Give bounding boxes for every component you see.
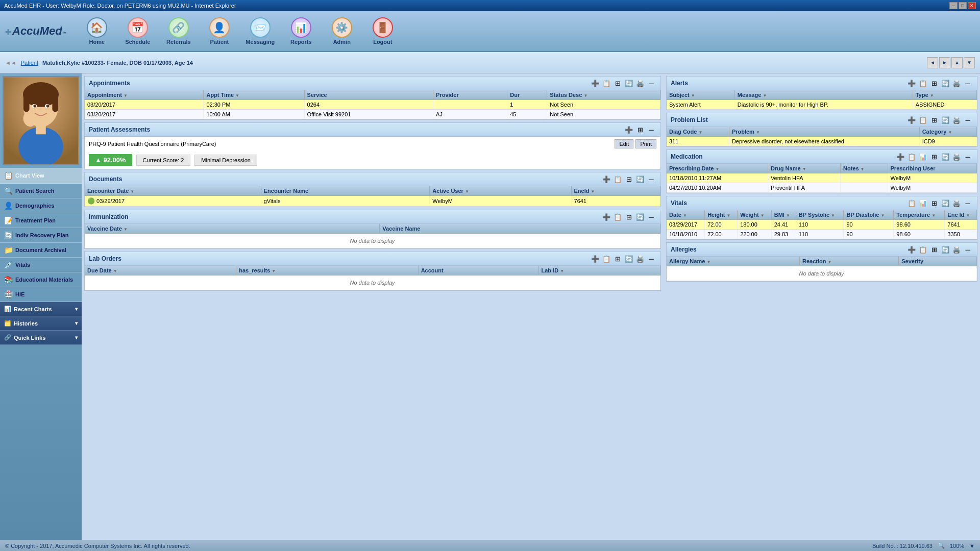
med-print-btn[interactable]: 🖨️	[951, 152, 962, 161]
vitals-grid-btn[interactable]: ⊞	[929, 198, 939, 208]
assessments-grid-btn[interactable]: ⊞	[635, 125, 645, 134]
nav-reports[interactable]: 📊 Reports	[286, 17, 316, 45]
sidebar-item-chart-view[interactable]: 📋 Chart View	[0, 168, 82, 184]
sidebar-item-patient-search[interactable]: 🔍 Patient Search	[0, 184, 82, 198]
nav-home[interactable]: 🏠 Home	[82, 17, 112, 45]
expand-up-button[interactable]: ▲	[951, 57, 963, 68]
alerts-export-btn[interactable]: 📋	[918, 79, 928, 88]
table-row[interactable]: System Alert Diastolic is 90+, monitor f…	[667, 100, 977, 110]
problem-export-btn[interactable]: 📋	[918, 115, 928, 124]
nav-admin[interactable]: ⚙️ Admin	[327, 17, 357, 45]
problem-refresh-btn[interactable]: 🔄	[940, 115, 950, 124]
sidebar-item-vitals[interactable]: 💉 Vitals	[0, 258, 82, 272]
table-row[interactable]: 04/27/2010 10:20AM Proventil HFA WelbyM	[667, 183, 977, 193]
sidebar-item-hie[interactable]: 🏥 HIE	[0, 287, 82, 302]
problem-add-btn[interactable]: ➕	[906, 115, 917, 124]
allergy-minimize-btn[interactable]: ─	[963, 245, 973, 254]
nav-schedule[interactable]: 📅 Schedule	[122, 17, 153, 45]
assessment-edit-btn[interactable]: Edit	[615, 139, 633, 148]
med-export-btn[interactable]: 📋	[906, 152, 917, 161]
nav-patient[interactable]: 👤 Patient	[204, 17, 235, 45]
med-add-btn[interactable]: ➕	[895, 152, 905, 161]
quick-links-header[interactable]: 🔗 Quick Links ▾	[0, 331, 82, 345]
alerts-grid-btn[interactable]: ⊞	[929, 79, 939, 88]
appointments-export-btn[interactable]: 📋	[601, 79, 611, 88]
table-row[interactable]: 03/20/2017 02:30 PM 0264 1 Not Seen	[85, 100, 660, 110]
back-icon[interactable]: ◄◄	[5, 60, 16, 66]
table-row[interactable]: 03/20/2017 10:00 AM Office Visit 99201 A…	[85, 110, 660, 119]
documents-add-btn[interactable]: ➕	[601, 174, 611, 184]
alerts-minimize-btn[interactable]: ─	[963, 79, 973, 88]
table-row[interactable]: 10/18/2010 11:27AM Ventolin HFA WelbyM	[667, 173, 977, 183]
table-row[interactable]: 311 Depressive disorder, not elsewhere c…	[667, 137, 977, 146]
appointments-refresh-btn[interactable]: 🔄	[624, 79, 634, 88]
nav-referrals[interactable]: 🔗 Referrals	[163, 17, 194, 45]
assessments-minimize-btn[interactable]: ─	[646, 125, 656, 134]
problem-print-btn[interactable]: 🖨️	[951, 115, 962, 124]
vitals-chart-btn[interactable]: 📊	[918, 198, 928, 208]
table-row[interactable]: 10/18/2010 72.00 220.00 29.83 110 90 98.…	[667, 230, 977, 239]
lab-grid-btn[interactable]: ⊞	[612, 254, 623, 263]
allergy-refresh-btn[interactable]: 🔄	[940, 245, 950, 254]
vitals-refresh-btn[interactable]: 🔄	[940, 198, 950, 208]
allergy-export-btn[interactable]: 📋	[918, 245, 928, 254]
table-row[interactable]: 03/29/2017 72.00 180.00 24.41 110 90 98.…	[667, 220, 977, 230]
expand-down-button[interactable]: ▼	[964, 57, 975, 68]
sidebar-item-document-archival[interactable]: 📁 Document Archival	[0, 243, 82, 258]
immunization-minimize-btn[interactable]: ─	[646, 212, 656, 221]
sidebar-item-educational-materials[interactable]: 📚 Educational Materials	[0, 272, 82, 287]
sidebar-item-indiv-recovery[interactable]: 🔄 Indiv Recovery Plan	[0, 228, 82, 243]
lab-print-btn[interactable]: 🖨️	[635, 254, 645, 263]
assessment-print-btn[interactable]: Print	[635, 139, 656, 148]
assessments-add-btn[interactable]: ➕	[624, 125, 634, 134]
immunization-grid-btn[interactable]: ⊞	[624, 212, 634, 221]
problem-grid-btn[interactable]: ⊞	[929, 115, 939, 124]
alerts-print-btn[interactable]: 🖨️	[951, 79, 962, 88]
nav-messaging[interactable]: 📨 Messaging	[245, 17, 276, 45]
med-refresh-btn[interactable]: 🔄	[940, 152, 950, 161]
treatment-plan-icon: 📝	[4, 216, 13, 224]
immunization-table: Vaccine Date ▼ Vaccine Name No data to d…	[85, 224, 660, 248]
lab-minimize-btn[interactable]: ─	[646, 254, 656, 263]
vitals-print-btn[interactable]: 🖨️	[951, 198, 962, 208]
vitals-export-btn[interactable]: 📋	[906, 198, 917, 208]
appointments-minimize-btn[interactable]: ─	[646, 79, 656, 88]
documents-minimize-btn[interactable]: ─	[646, 174, 656, 184]
vitals-minimize-btn[interactable]: ─	[963, 198, 973, 208]
med-grid-btn[interactable]: ⊞	[929, 152, 939, 161]
allergy-add-btn[interactable]: ➕	[906, 245, 917, 254]
documents-grid-btn[interactable]: ⊞	[624, 174, 634, 184]
zoom-dropdown[interactable]: ▼	[969, 543, 975, 549]
lab-add-btn[interactable]: ➕	[590, 254, 600, 263]
lab-export-btn[interactable]: 📋	[601, 254, 611, 263]
appointments-print-btn[interactable]: 🖨️	[635, 79, 645, 88]
histories-header[interactable]: 🗂️ Histories ▾	[0, 316, 82, 331]
close-button[interactable]: ✕	[968, 2, 976, 9]
immunization-export-btn[interactable]: 📋	[612, 212, 623, 221]
immunization-refresh-btn[interactable]: 🔄	[635, 212, 645, 221]
alerts-refresh-btn[interactable]: 🔄	[940, 79, 950, 88]
restore-button[interactable]: □	[959, 2, 967, 9]
recent-charts-header[interactable]: 📊 Recent Charts ▾	[0, 302, 82, 316]
documents-refresh-btn[interactable]: 🔄	[635, 174, 645, 184]
minimize-button[interactable]: ─	[949, 2, 958, 9]
lab-refresh-btn[interactable]: 🔄	[624, 254, 634, 263]
nav-logout[interactable]: 🚪 Logout	[368, 17, 398, 45]
allergy-print-btn[interactable]: 🖨️	[951, 245, 962, 254]
appointments-add-btn[interactable]: ➕	[590, 79, 600, 88]
doc-enc-name-1: gVitals	[261, 196, 430, 207]
sidebar-item-demographics[interactable]: 👤 Demographics	[0, 198, 82, 213]
problem-minimize-btn[interactable]: ─	[963, 115, 973, 124]
med-minimize-btn[interactable]: ─	[963, 152, 973, 161]
immunization-add-btn[interactable]: ➕	[601, 212, 611, 221]
expand-left-button[interactable]: ◄	[927, 57, 938, 68]
med-chart-btn[interactable]: 📊	[918, 152, 928, 161]
allergy-grid-btn[interactable]: ⊞	[929, 245, 939, 254]
sidebar-item-treatment-plan[interactable]: 📝 Treatment Plan	[0, 213, 82, 228]
expand-right-button[interactable]: ►	[939, 57, 950, 68]
breadcrumb[interactable]: Patient	[21, 60, 38, 66]
table-row[interactable]: 🟢 03/29/2017 gVitals WelbyM 7641	[85, 196, 660, 207]
alerts-add-btn[interactable]: ➕	[906, 79, 917, 88]
documents-export-btn[interactable]: 📋	[612, 174, 623, 184]
appointments-grid-btn[interactable]: ⊞	[612, 79, 623, 88]
